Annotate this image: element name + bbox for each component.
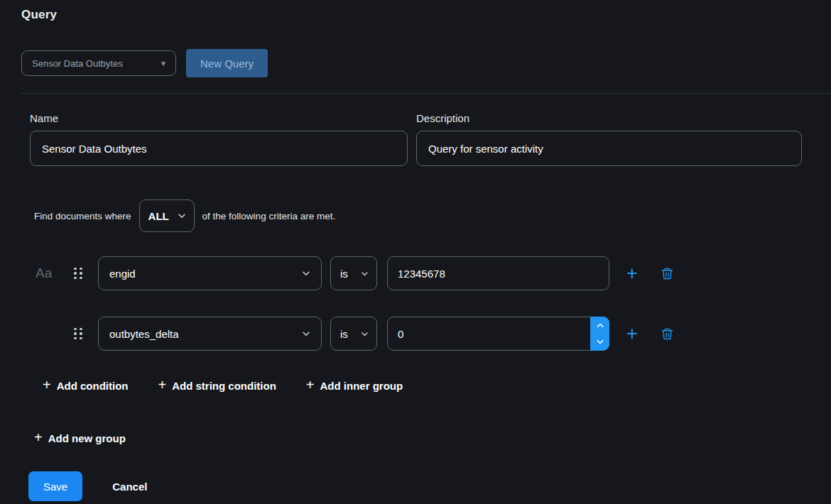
value-input[interactable]: [387, 256, 609, 290]
save-button[interactable]: Save: [28, 471, 82, 501]
saved-query-select-value: Sensor Data Outbytes: [32, 58, 123, 69]
query-meta-form: Name Description: [30, 112, 810, 166]
saved-query-select[interactable]: Sensor Data Outbytes ▼: [21, 50, 176, 76]
add-new-group-button[interactable]: + Add new group: [34, 431, 126, 445]
match-type-select-value: ALL: [148, 210, 169, 222]
criteria-match-line: Find documents where ALL of the followin…: [21, 199, 810, 232]
row-gutter: Aa: [36, 265, 74, 281]
condition-row: Aa engid is +: [21, 256, 810, 290]
chevron-down-icon: [360, 329, 369, 339]
chevron-down-icon: [177, 211, 187, 221]
chevron-down-icon: [301, 268, 311, 278]
operator-select-value: is: [340, 268, 348, 280]
field-select[interactable]: outbytes_delta: [98, 317, 322, 351]
value-field-group: [387, 317, 609, 351]
condition-row: outbytes_delta is +: [21, 317, 810, 351]
add-new-group-row: + Add new group: [21, 431, 810, 446]
field-select-value: engid: [109, 268, 136, 280]
add-condition-plus-icon[interactable]: +: [626, 324, 638, 344]
description-field-group: Description: [416, 112, 802, 166]
criteria-suffix-text: of the following criteria are met.: [202, 211, 336, 221]
description-label: Description: [416, 112, 802, 124]
field-select-value: outbytes_delta: [109, 328, 179, 340]
description-input[interactable]: [416, 131, 802, 166]
query-builder-page: Query Sensor Data Outbytes ▼ New Query N…: [0, 0, 831, 504]
stepper-up-icon[interactable]: [590, 317, 609, 334]
page-title: Query: [21, 7, 810, 23]
plus-icon: +: [34, 430, 43, 444]
value-field-group: [387, 256, 609, 290]
add-condition-label: Add condition: [57, 380, 129, 392]
name-label: Name: [30, 112, 408, 124]
drag-handle-icon[interactable]: [74, 328, 84, 340]
name-field-group: Name: [30, 112, 408, 166]
add-condition-button[interactable]: + Add condition: [43, 378, 129, 393]
name-input[interactable]: [30, 131, 408, 166]
operator-select-value: is: [340, 328, 348, 340]
plus-icon: +: [43, 378, 51, 392]
criteria-prefix-text: Find documents where: [34, 211, 131, 221]
trash-icon[interactable]: [661, 266, 674, 281]
stepper-down-icon[interactable]: [590, 334, 609, 351]
add-links-row: + Add condition + Add string condition +…: [21, 378, 810, 393]
drag-handle-icon[interactable]: [74, 268, 84, 280]
chevron-down-icon: [360, 269, 369, 278]
plus-icon: +: [306, 378, 315, 392]
trash-icon[interactable]: [661, 327, 674, 341]
add-new-group-label: Add new group: [48, 432, 126, 444]
number-stepper[interactable]: [590, 317, 609, 351]
footer-actions: Save Cancel: [21, 471, 810, 501]
operator-select[interactable]: is: [330, 317, 377, 351]
query-toolbar: Sensor Data Outbytes ▼ New Query: [21, 49, 810, 77]
field-select[interactable]: engid: [98, 256, 322, 290]
match-type-select[interactable]: ALL: [139, 199, 195, 232]
add-inner-group-button[interactable]: + Add inner group: [306, 378, 403, 393]
dropdown-arrow-icon: ▼: [160, 60, 167, 67]
add-inner-group-label: Add inner group: [320, 380, 403, 392]
plus-icon: +: [158, 378, 167, 392]
add-string-condition-label: Add string condition: [172, 380, 276, 392]
new-query-button[interactable]: New Query: [186, 49, 268, 77]
case-sensitive-toggle[interactable]: Aa: [36, 265, 52, 280]
cancel-button[interactable]: Cancel: [108, 480, 151, 493]
divider: [20, 93, 831, 94]
chevron-down-icon: [301, 329, 311, 339]
operator-select[interactable]: is: [330, 256, 377, 290]
value-input[interactable]: [387, 317, 609, 351]
add-condition-plus-icon[interactable]: +: [626, 264, 638, 283]
add-string-condition-button[interactable]: + Add string condition: [158, 378, 276, 393]
